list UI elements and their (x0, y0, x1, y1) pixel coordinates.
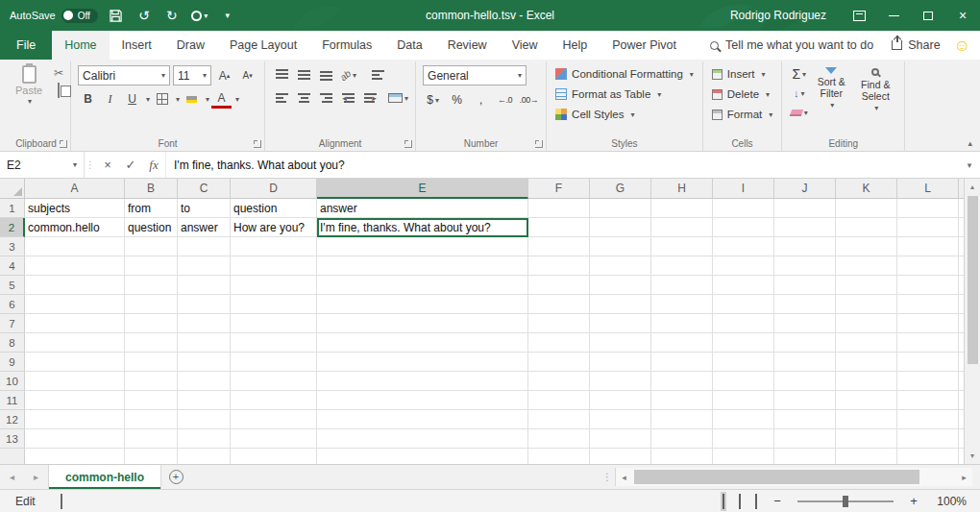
cell-K10[interactable] (836, 372, 897, 391)
cell-L12[interactable] (897, 410, 959, 429)
zoom-slider[interactable] (797, 500, 894, 502)
cell-E9[interactable] (317, 353, 528, 372)
tab-formulas[interactable]: Formulas (309, 31, 384, 60)
cell-L9[interactable] (897, 353, 959, 372)
cell-B10[interactable] (125, 372, 178, 391)
cell-D9[interactable] (231, 353, 317, 372)
cell-D2[interactable]: How are you? (231, 218, 317, 237)
cell-A10[interactable] (25, 372, 125, 391)
cell-B12[interactable] (125, 410, 178, 429)
find-select-button[interactable]: Find & Select ▾ (853, 65, 897, 112)
align-middle-button[interactable] (294, 65, 314, 85)
row-header-4[interactable]: 4 (0, 256, 25, 276)
cell-B1[interactable]: from (125, 199, 178, 218)
cell-G7[interactable] (590, 314, 651, 333)
tab-page-layout[interactable]: Page Layout (217, 31, 309, 60)
column-header-K[interactable]: K (836, 179, 897, 199)
merge-center-button[interactable]: ▾ (388, 88, 408, 108)
zoom-out-button[interactable]: − (772, 494, 783, 508)
column-header-H[interactable]: H (651, 179, 713, 199)
cell-A4[interactable] (25, 256, 125, 276)
normal-view-button[interactable] (723, 495, 724, 508)
format-as-table-button[interactable]: Format as Table ▾ (553, 85, 696, 103)
cell-L8[interactable] (897, 333, 959, 353)
cell-E11[interactable] (317, 391, 528, 410)
conditional-formatting-button[interactable]: Conditional Formatting ▾ (553, 65, 696, 83)
percent-style-button[interactable]: % (447, 90, 467, 110)
cell-E10[interactable] (317, 372, 528, 391)
tab-file[interactable]: File (0, 31, 52, 60)
align-center-button[interactable] (294, 88, 314, 108)
underline-dropdown-icon[interactable]: ▾ (146, 95, 150, 104)
tab-insert[interactable]: Insert (110, 31, 164, 60)
cell-J5[interactable] (774, 276, 836, 295)
cell-E4[interactable] (317, 256, 528, 276)
cell-L13[interactable] (897, 429, 959, 449)
cell-L5[interactable] (897, 276, 959, 295)
row-header-8[interactable]: 8 (0, 333, 25, 353)
share-button[interactable]: Share (892, 38, 940, 52)
row-header-7[interactable]: 7 (0, 314, 25, 333)
cell-G13[interactable] (590, 429, 651, 449)
cell-C10[interactable] (178, 372, 231, 391)
cell-C5[interactable] (178, 276, 231, 295)
insert-function-button[interactable]: fx (142, 152, 165, 178)
scroll-up-icon[interactable]: ▴ (965, 179, 980, 195)
cell-E5[interactable] (317, 276, 528, 295)
cell-I8[interactable] (713, 333, 774, 353)
cell-H14[interactable] (651, 449, 713, 464)
cell-K11[interactable] (836, 391, 897, 410)
cell-H2[interactable] (651, 218, 713, 237)
fill-color-button[interactable] (182, 89, 202, 109)
cell-A2[interactable]: common.hello (25, 218, 125, 237)
column-header-I[interactable]: I (713, 179, 774, 199)
format-cells-button[interactable]: Format ▾ (710, 106, 774, 123)
delete-cells-button[interactable]: Delete ▾ (710, 85, 774, 103)
borders-dropdown-icon[interactable]: ▾ (176, 95, 180, 104)
undo-button[interactable]: ↺ (135, 3, 154, 28)
cell-A14[interactable] (25, 449, 125, 464)
cell-E7[interactable] (317, 314, 528, 333)
save-button[interactable] (107, 3, 126, 28)
customize-quick-access-button[interactable]: ▾ (218, 3, 237, 28)
column-header-F[interactable]: F (528, 179, 590, 199)
cell-E12[interactable] (317, 410, 528, 429)
cell-C9[interactable] (178, 353, 231, 372)
cell-C4[interactable] (178, 256, 231, 276)
cell-L2[interactable] (897, 218, 959, 237)
row-header-11[interactable]: 11 (0, 391, 25, 410)
column-header-J[interactable]: J (774, 179, 836, 199)
cell-J6[interactable] (774, 295, 836, 314)
number-format-select[interactable]: General ▾ (423, 65, 527, 85)
ink-button[interactable]: ▾ (190, 3, 209, 28)
copy-button[interactable] (54, 84, 63, 97)
formula-input[interactable]: I'm fine, thanks. What about you? (165, 152, 959, 178)
cell-J7[interactable] (774, 314, 836, 333)
cell-C8[interactable] (178, 333, 231, 353)
macro-record-button[interactable] (36, 495, 62, 508)
cell-H12[interactable] (651, 410, 713, 429)
row-header-12[interactable]: 12 (0, 410, 25, 429)
accounting-format-button[interactable]: $▾ (423, 90, 443, 110)
cell-K2[interactable] (836, 218, 897, 237)
autosave-toggle[interactable]: AutoSave Off (10, 9, 98, 23)
cell-G6[interactable] (590, 295, 651, 314)
cell-C3[interactable] (178, 237, 231, 256)
align-right-button[interactable] (316, 88, 336, 108)
cell-J3[interactable] (774, 237, 836, 256)
cell-I4[interactable] (713, 256, 774, 276)
bold-button[interactable]: B (78, 89, 98, 109)
cell-E14[interactable] (317, 449, 528, 464)
cell-K12[interactable] (836, 410, 897, 429)
cell-I12[interactable] (713, 410, 774, 429)
tab-power-pivot[interactable]: Power Pivot (600, 31, 689, 60)
cell-I10[interactable] (713, 372, 774, 391)
wrap-text-button[interactable] (368, 65, 388, 85)
row-header-14[interactable] (0, 449, 25, 464)
cell-F4[interactable] (528, 256, 590, 276)
cell-F1[interactable] (528, 199, 590, 218)
ribbon-display-options-button[interactable] (842, 0, 876, 31)
cell-F5[interactable] (528, 276, 590, 295)
paste-button[interactable]: Paste ▾ (9, 65, 49, 106)
cell-K1[interactable] (836, 199, 897, 218)
